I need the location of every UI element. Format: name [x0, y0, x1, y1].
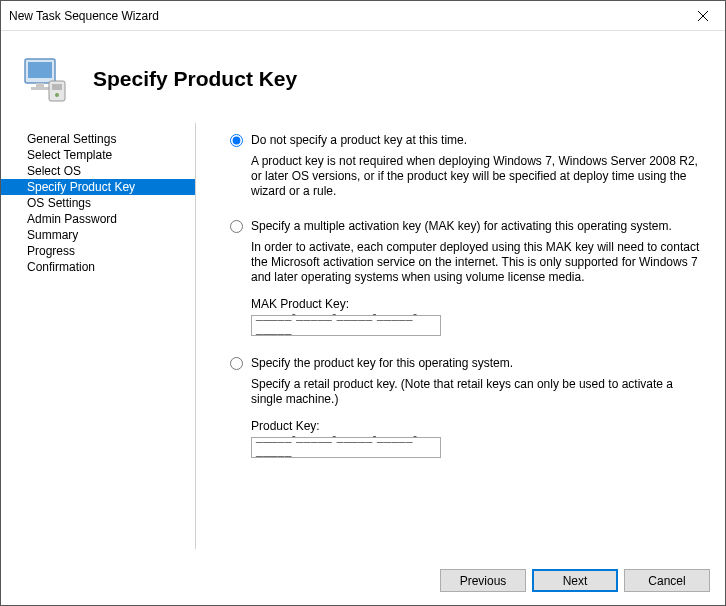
sidebar-item-select-os[interactable]: Select OS — [1, 163, 195, 179]
close-icon — [698, 11, 708, 21]
content-area: General Settings Select Template Select … — [1, 123, 725, 549]
retail-key-input[interactable]: _____-_____-_____-_____-_____ — [251, 437, 441, 458]
window-title: New Task Sequence Wizard — [9, 9, 159, 23]
previous-button[interactable]: Previous — [440, 569, 526, 592]
svg-rect-2 — [36, 83, 44, 87]
option-no-key: Do not specify a product key at this tim… — [230, 133, 701, 199]
sidebar-item-general-settings[interactable]: General Settings — [1, 131, 195, 147]
wizard-window: New Task Sequence Wizard Specify Product… — [0, 0, 726, 606]
option-mak-key-desc: In order to activate, each computer depl… — [251, 240, 701, 285]
svg-point-6 — [55, 93, 59, 97]
option-no-key-desc: A product key is not required when deplo… — [251, 154, 701, 199]
svg-rect-3 — [31, 87, 49, 90]
close-button[interactable] — [680, 1, 725, 31]
next-button[interactable]: Next — [532, 569, 618, 592]
svg-rect-1 — [28, 62, 52, 78]
option-retail-key-label: Specify the product key for this operati… — [251, 356, 513, 371]
mak-key-input[interactable]: _____-_____-_____-_____-_____ — [251, 315, 441, 336]
main-pane: Do not specify a product key at this tim… — [196, 123, 725, 549]
radio-mak-key[interactable] — [230, 220, 243, 233]
radio-retail-key[interactable] — [230, 357, 243, 370]
sidebar-item-progress[interactable]: Progress — [1, 243, 195, 259]
page-header: Specify Product Key — [1, 31, 725, 123]
sidebar-item-summary[interactable]: Summary — [1, 227, 195, 243]
wizard-icon — [15, 49, 75, 109]
cancel-button[interactable]: Cancel — [624, 569, 710, 592]
sidebar-item-specify-product-key[interactable]: Specify Product Key — [1, 179, 195, 195]
sidebar-item-os-settings[interactable]: OS Settings — [1, 195, 195, 211]
option-retail-key: Specify the product key for this operati… — [230, 356, 701, 458]
wizard-footer: Previous Next Cancel — [440, 569, 710, 592]
titlebar: New Task Sequence Wizard — [1, 1, 725, 31]
option-mak-key: Specify a multiple activation key (MAK k… — [230, 219, 701, 336]
option-retail-key-desc: Specify a retail product key. (Note that… — [251, 377, 701, 407]
option-mak-key-label: Specify a multiple activation key (MAK k… — [251, 219, 672, 234]
page-title: Specify Product Key — [93, 67, 297, 91]
svg-rect-5 — [52, 84, 62, 90]
sidebar-item-select-template[interactable]: Select Template — [1, 147, 195, 163]
wizard-steps-sidebar: General Settings Select Template Select … — [1, 123, 196, 549]
sidebar-item-admin-password[interactable]: Admin Password — [1, 211, 195, 227]
sidebar-item-confirmation[interactable]: Confirmation — [1, 259, 195, 275]
option-no-key-label: Do not specify a product key at this tim… — [251, 133, 467, 148]
radio-no-key[interactable] — [230, 134, 243, 147]
